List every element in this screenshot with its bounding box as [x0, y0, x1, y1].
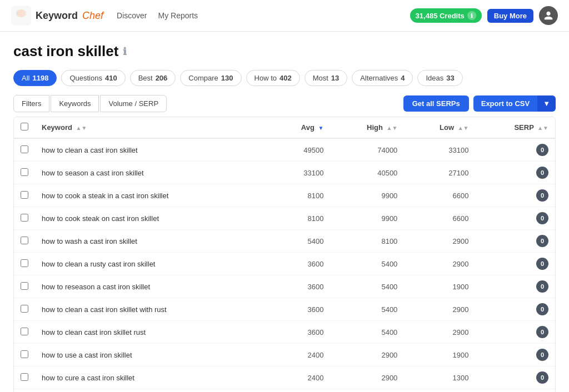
tab-most[interactable]: Most 13	[305, 70, 348, 86]
tab-questions-count: 410	[105, 74, 117, 82]
row-checkbox-cell[interactable]	[14, 275, 35, 298]
buy-more-button[interactable]: Buy More	[487, 9, 533, 23]
tab-compare-count: 130	[221, 74, 233, 82]
high-col-header[interactable]: High ▲▼	[330, 117, 404, 138]
tab-ideas-label: Ideas	[426, 74, 443, 82]
row-checkbox-cell[interactable]	[14, 230, 35, 253]
volume-serp-button[interactable]: Volume / SERP	[100, 95, 167, 112]
low-cell: 2900	[404, 253, 475, 275]
tab-ideas-count: 33	[446, 74, 454, 82]
toolbar-right: Get all SERPs Export to CSV ▼	[403, 96, 556, 112]
row-checkbox-cell[interactable]	[14, 321, 35, 344]
keyword-col-header[interactable]: Keyword ▲▼	[35, 117, 270, 138]
row-checkbox-cell[interactable]	[14, 344, 35, 366]
serp-cell: 0	[475, 389, 555, 393]
tab-how-to-count: 402	[279, 74, 292, 82]
serp-cell: 0	[475, 184, 555, 207]
tab-ideas[interactable]: Ideas 33	[417, 70, 462, 86]
tab-alternatives[interactable]: Alternatives 4	[352, 70, 413, 86]
avg-cell: 1900	[270, 389, 330, 393]
row-checkbox-9[interactable]	[21, 350, 28, 358]
serp-badge: 0	[536, 144, 548, 156]
tab-questions[interactable]: Questions 410	[61, 70, 125, 86]
low-cell: 33100	[404, 138, 475, 162]
low-col-header[interactable]: Low ▲▼	[404, 117, 475, 138]
row-checkbox-cell[interactable]	[14, 184, 35, 207]
row-checkbox-3[interactable]	[21, 214, 28, 222]
filters-button[interactable]: Filters	[13, 95, 49, 112]
get-all-serps-button[interactable]: Get all SERPs	[403, 96, 469, 112]
page-info-icon[interactable]: ℹ	[123, 46, 127, 58]
logo[interactable]: 👨‍🍳 KeywordChef	[11, 6, 103, 26]
high-cell: 5400	[330, 298, 404, 321]
row-checkbox-cell[interactable]	[14, 253, 35, 275]
user-avatar[interactable]	[539, 6, 558, 25]
low-cell: 1900	[404, 344, 475, 366]
row-checkbox-7[interactable]	[21, 305, 28, 313]
tab-compare[interactable]: Compare 130	[180, 70, 241, 86]
nav-discover[interactable]: Discover	[117, 11, 147, 20]
tab-all[interactable]: All 1198	[13, 70, 57, 86]
low-cell: 2900	[404, 298, 475, 321]
row-checkbox-cell[interactable]	[14, 162, 35, 184]
table-row: how to reseason a cast iron skillet 3600…	[14, 275, 555, 298]
serp-cell: 0	[475, 162, 555, 184]
select-all-header[interactable]	[14, 117, 35, 138]
serp-badge: 0	[536, 258, 548, 270]
row-checkbox-cell[interactable]	[14, 138, 35, 162]
header-right: 31,485 Credits ℹ Buy More	[410, 6, 558, 25]
credits-info-icon[interactable]: ℹ	[467, 11, 476, 20]
row-checkbox-6[interactable]	[21, 282, 28, 290]
row-checkbox-8[interactable]	[21, 328, 28, 335]
low-cell: 2900	[404, 230, 475, 253]
export-dropdown-button[interactable]: ▼	[537, 96, 556, 112]
select-all-checkbox[interactable]	[21, 123, 28, 130]
keywords-button[interactable]: Keywords	[51, 95, 99, 112]
row-checkbox-1[interactable]	[21, 168, 28, 176]
row-checkbox-5[interactable]	[21, 259, 28, 267]
table-row: how to wash a cast iron skillet 5400 810…	[14, 230, 555, 253]
row-checkbox-10[interactable]	[21, 373, 28, 381]
row-checkbox-0[interactable]	[21, 145, 28, 153]
serp-col-label: SERP	[514, 123, 533, 132]
avg-cell: 33100	[270, 162, 330, 184]
header: 👨‍🍳 KeywordChef Discover My Reports 31,4…	[0, 0, 569, 32]
serp-col-header[interactable]: SERP ▲▼	[475, 117, 555, 138]
tab-all-count: 1198	[32, 74, 48, 82]
avg-col-header[interactable]: Avg ▼	[270, 117, 330, 138]
tab-best[interactable]: Best 206	[130, 70, 176, 86]
credits-text: 31,485 Credits	[416, 12, 465, 20]
serp-badge: 0	[536, 280, 548, 293]
serp-cell: 0	[475, 366, 555, 389]
row-checkbox-cell[interactable]	[14, 207, 35, 230]
high-cell: 40500	[330, 162, 404, 184]
row-checkbox-cell[interactable]	[14, 366, 35, 389]
keyword-table-container: Keyword ▲▼ Avg ▼ High ▲▼ Low ▲▼	[13, 117, 556, 392]
row-checkbox-2[interactable]	[21, 191, 28, 199]
keyword-cell: how to wash a cast iron skillet	[35, 230, 270, 253]
avg-cell: 3600	[270, 253, 330, 275]
table-row: how to cook a steak in a cast iron skill…	[14, 184, 555, 207]
serp-cell: 0	[475, 275, 555, 298]
row-checkbox-cell[interactable]	[14, 298, 35, 321]
high-cell: 2900	[330, 366, 404, 389]
serp-badge: 0	[536, 189, 548, 202]
nav-my-reports[interactable]: My Reports	[158, 11, 198, 20]
avg-cell: 2400	[270, 366, 330, 389]
row-checkbox-4[interactable]	[21, 237, 28, 244]
high-cell: 5400	[330, 321, 404, 344]
logo-chef-text: Chef	[82, 10, 103, 22]
page-title: cast iron skillet	[13, 43, 118, 60]
high-cell: 74000	[330, 138, 404, 162]
export-csv-button[interactable]: Export to CSV	[473, 96, 537, 112]
credits-badge: 31,485 Credits ℹ	[410, 8, 482, 23]
table-row: how to cure a cast iron skillet 2400 290…	[14, 366, 555, 389]
logo-icon: 👨‍🍳	[11, 6, 31, 26]
row-checkbox-cell[interactable]	[14, 389, 35, 393]
high-cell: 9900	[330, 184, 404, 207]
table-row: how to clean cast iron skillet rust 3600…	[14, 321, 555, 344]
keyword-cell: how to cure a cast iron skillet	[35, 366, 270, 389]
avg-cell: 3600	[270, 321, 330, 344]
avg-cell: 49500	[270, 138, 330, 162]
tab-how-to[interactable]: How to 402	[246, 70, 300, 86]
